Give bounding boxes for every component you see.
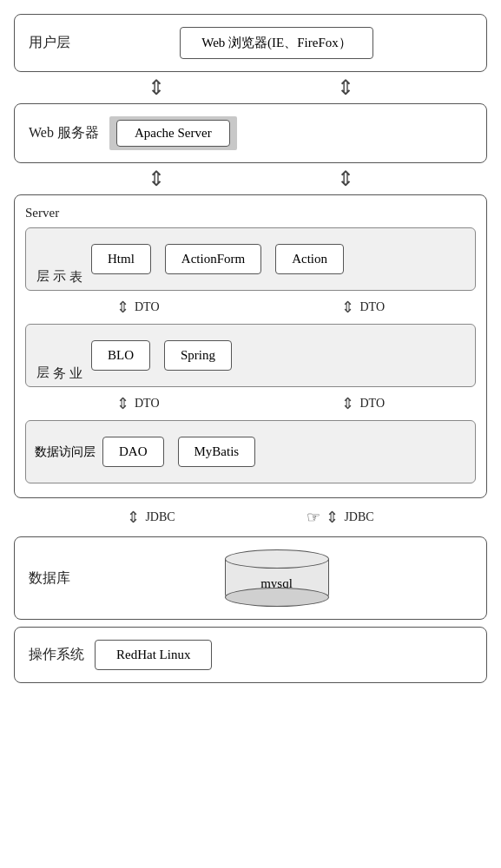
spring-box: Spring bbox=[164, 340, 232, 371]
webserver-layer: Web 服务器 Apache Server bbox=[14, 103, 487, 163]
dto-arrow-right-2: ⇕ bbox=[341, 394, 354, 413]
arrows-user-webserver: ⇕ ⇕ bbox=[62, 74, 440, 102]
business-content: BLO Spring bbox=[88, 333, 466, 378]
jdbc-row: ⇕ JDBC ☞ ⇕ JDBC bbox=[62, 500, 440, 535]
jdbc-arrow-left: ⇕ bbox=[127, 508, 140, 527]
business-label: 业务层 bbox=[35, 333, 88, 378]
os-layer: 操作系统 RedHat Linux bbox=[14, 627, 487, 683]
dto-label-left-2: DTO bbox=[135, 397, 160, 411]
dto-right-1: ⇕ DTO bbox=[341, 298, 385, 317]
dao-box: DAO bbox=[102, 437, 164, 467]
arrow-left-up-down: ⇕ bbox=[148, 76, 165, 100]
webserver-label: Web 服务器 bbox=[29, 124, 99, 142]
server-title: Server bbox=[25, 206, 476, 220]
mysql-cylinder: mysql bbox=[225, 549, 329, 607]
os-label: 操作系统 bbox=[29, 646, 84, 664]
dto-left-2: ⇕ DTO bbox=[116, 394, 160, 413]
jdbc-arrow-right: ⇕ bbox=[326, 508, 339, 527]
dto-arrow-left-2: ⇕ bbox=[116, 394, 129, 413]
presentation-content: Html ActionForm Action bbox=[88, 237, 466, 281]
dataaccess-content: DAO MyBatis bbox=[99, 430, 466, 474]
action-box: Action bbox=[275, 244, 344, 274]
dto-label-left-1: DTO bbox=[135, 300, 160, 314]
database-label: 数据库 bbox=[29, 569, 81, 588]
database-layer: 数据库 mysql bbox=[14, 536, 487, 620]
arrow-right-up-down: ⇕ bbox=[337, 76, 354, 100]
server-box: Server 表示层 Html ActionForm Action ⇕ DTO … bbox=[14, 194, 487, 498]
dataaccess-layer: 数据访问层 DAO MyBatis bbox=[25, 420, 476, 483]
jdbc-right: ☞ ⇕ JDBC bbox=[307, 508, 373, 527]
dto-arrow-left-1: ⇕ bbox=[116, 298, 129, 317]
dto-row-1: ⇕ DTO ⇕ DTO bbox=[25, 294, 476, 320]
dto-label-right-1: DTO bbox=[359, 300, 385, 314]
dto-label-right-2: DTO bbox=[359, 397, 385, 411]
arrow-right2: ⇕ bbox=[337, 167, 354, 191]
jdbc-label-left: JDBC bbox=[145, 510, 175, 524]
user-layer-label: 用户层 bbox=[29, 34, 81, 52]
blo-box: BLO bbox=[91, 340, 150, 371]
apache-box: Apache Server bbox=[116, 120, 230, 147]
apache-wrapper: Apache Server bbox=[109, 116, 237, 150]
architecture-diagram: 用户层 Web 浏览器(IE、FireFox） ⇕ ⇕ Web 服务器 Apac… bbox=[14, 14, 487, 683]
dto-right-2: ⇕ DTO bbox=[341, 394, 385, 413]
apache-bg: Apache Server bbox=[109, 116, 237, 150]
jdbc-left: ⇕ JDBC bbox=[127, 508, 175, 527]
dto-arrow-right-1: ⇕ bbox=[341, 298, 354, 317]
arrow-left2: ⇕ bbox=[148, 167, 165, 191]
dataaccess-label: 数据访问层 bbox=[35, 444, 96, 460]
business-layer: 业务层 BLO Spring bbox=[25, 324, 476, 387]
browser-box: Web 浏览器(IE、FireFox） bbox=[180, 27, 373, 59]
actionform-box: ActionForm bbox=[165, 244, 261, 274]
mysql-wrapper: mysql bbox=[225, 549, 329, 607]
cylinder-top bbox=[225, 549, 329, 569]
hand-cursor-icon: ☞ bbox=[307, 508, 320, 527]
jdbc-label-right: JDBC bbox=[344, 510, 373, 524]
html-box: Html bbox=[91, 244, 151, 274]
mybatis-box: MyBatis bbox=[178, 437, 256, 467]
dto-left-1: ⇕ DTO bbox=[116, 298, 160, 317]
user-layer: 用户层 Web 浏览器(IE、FireFox） bbox=[14, 14, 487, 72]
presentation-layer: 表示层 Html ActionForm Action bbox=[25, 227, 476, 291]
arrows-webserver-server: ⇕ ⇕ bbox=[62, 165, 440, 193]
dto-row-2: ⇕ DTO ⇕ DTO bbox=[25, 391, 476, 417]
cylinder-bottom bbox=[225, 588, 329, 607]
os-box: RedHat Linux bbox=[95, 640, 212, 670]
presentation-label: 表示层 bbox=[35, 237, 88, 281]
